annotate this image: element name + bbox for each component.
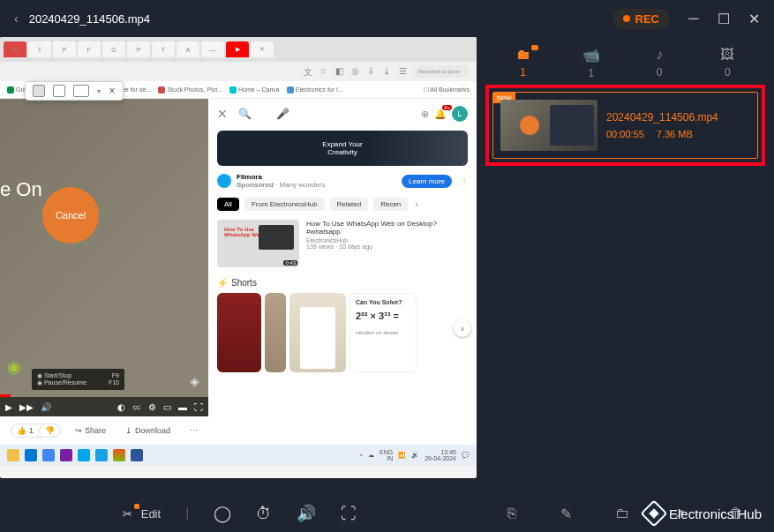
taskbar-icon[interactable]: [131, 449, 143, 461]
all-bookmarks-link[interactable]: ☐ All Bookmarks: [424, 86, 470, 94]
extension-icon[interactable]: ⇩: [367, 66, 378, 77]
browser-tab[interactable]: —: [201, 41, 224, 57]
recorder-floatbar[interactable]: ▾ ×: [25, 81, 124, 101]
window-title: 20240429_114506.mp4: [29, 12, 150, 26]
create-icon[interactable]: ⊕: [421, 109, 429, 120]
settings-icon[interactable]: ⚙: [148, 402, 156, 412]
autoplay-toggle[interactable]: ◐: [117, 402, 125, 412]
close-icon[interactable]: ✕: [748, 12, 760, 25]
taskbar-icon[interactable]: [7, 449, 19, 461]
edit-icon: ✂: [120, 506, 136, 521]
notifications-icon[interactable]: 🔔: [434, 109, 447, 120]
captions-icon[interactable]: ㏄: [132, 401, 141, 413]
share-button[interactable]: ↪ Share: [70, 424, 111, 437]
mic-icon[interactable]: 🎤: [276, 108, 289, 120]
capture-region-icon[interactable]: [73, 85, 89, 97]
promo-banner[interactable]: Expand Your Creativity: [217, 131, 468, 166]
clear-icon[interactable]: ✕: [217, 107, 228, 121]
short-thumbnail[interactable]: [217, 293, 261, 372]
bookmark-item[interactable]: Stock Photos, Pict...: [158, 86, 222, 94]
more-icon[interactable]: ⋮: [461, 177, 468, 185]
fullscreen-icon[interactable]: ⛶: [341, 505, 357, 523]
capture-screen-icon[interactable]: [33, 85, 45, 97]
download-icon[interactable]: ⤓: [383, 66, 394, 77]
browser-tab[interactable]: P: [127, 41, 150, 57]
cancel-button[interactable]: Cancel: [42, 187, 99, 244]
browser-tab[interactable]: ▶: [226, 41, 249, 57]
tray-icon[interactable]: 📶: [398, 452, 406, 459]
star-icon[interactable]: ☆: [319, 66, 330, 77]
folder-open-icon[interactable]: 🗀: [615, 506, 629, 521]
clock[interactable]: 13:45 29-04-2024: [425, 449, 456, 461]
tray-icon[interactable]: 🔊: [411, 452, 419, 459]
translate-icon[interactable]: 文: [304, 66, 314, 77]
chevron-right-icon[interactable]: ›: [415, 199, 417, 209]
browser-tab[interactable]: G: [102, 41, 125, 57]
edit-pencil-icon[interactable]: ✎: [560, 506, 572, 522]
learn-more-button[interactable]: Learn more: [402, 175, 452, 188]
tray-icon[interactable]: 💬: [462, 452, 470, 459]
volume-icon[interactable]: 🔊: [297, 504, 316, 523]
play-icon[interactable]: ▶: [5, 402, 12, 412]
edit-button[interactable]: ✂ Edit: [120, 506, 161, 521]
capture-window-icon[interactable]: [53, 85, 65, 97]
volume-icon[interactable]: 🔊: [41, 402, 51, 412]
bookmark-item[interactable]: Electronics for I...: [287, 86, 343, 94]
theater-icon[interactable]: ▬: [178, 402, 187, 412]
tray-icon[interactable]: ^: [360, 453, 363, 459]
browser-tab[interactable]: T: [152, 41, 175, 57]
taskbar-icon[interactable]: [60, 449, 72, 461]
short-thumbnail[interactable]: [265, 293, 286, 372]
extension-icon[interactable]: ◎: [351, 66, 362, 77]
fullscreen-icon[interactable]: ⛶: [194, 402, 203, 412]
floatbar-close-icon[interactable]: ×: [109, 85, 115, 97]
search-icon[interactable]: 🔍: [238, 108, 252, 120]
taskbar-icon[interactable]: [113, 449, 125, 461]
menu-icon[interactable]: ☰: [399, 66, 410, 77]
browser-tab[interactable]: F: [78, 41, 101, 57]
extension-search[interactable]: Research to grow: [415, 65, 470, 78]
short-thumbnail[interactable]: [289, 293, 346, 372]
taskbar-icon[interactable]: [78, 449, 90, 461]
taskbar-icon[interactable]: [95, 449, 108, 461]
recording-item[interactable]: new 20240429_114506.mp4 00:00:55 7.36 MB: [492, 92, 758, 159]
tab-videos[interactable]: 🖿 1: [492, 47, 554, 79]
taskbar-icon[interactable]: [25, 449, 37, 461]
chip-recent[interactable]: Recen: [373, 198, 408, 211]
more-actions-button[interactable]: ⋯: [184, 424, 203, 437]
next-icon[interactable]: ▶▶: [19, 402, 34, 412]
screenshot-icon[interactable]: ◯: [214, 504, 231, 523]
tab-images[interactable]: 🖼 0: [696, 47, 758, 79]
browser-tab[interactable]: T: [28, 41, 51, 57]
chip-all[interactable]: All: [217, 198, 239, 211]
chip-from-channel[interactable]: From ElectronicsHub: [244, 198, 325, 211]
tab-camera[interactable]: 📹 1: [560, 47, 622, 79]
user-avatar[interactable]: L: [452, 106, 468, 122]
language-indicator[interactable]: ENG IN: [379, 449, 393, 461]
speed-icon[interactable]: ⏱: [256, 505, 272, 523]
back-icon[interactable]: ‹: [14, 11, 19, 26]
download-button[interactable]: ⤓ Download: [120, 424, 176, 437]
minimize-icon[interactable]: ─: [688, 12, 700, 25]
record-button[interactable]: REC: [612, 9, 670, 29]
tray-icon[interactable]: ☁: [368, 452, 374, 459]
video-suggestion[interactable]: How To Use WhatsApp Web 0:43 How To Use …: [217, 220, 468, 267]
bookmark-item[interactable]: Home – Canva: [229, 86, 280, 94]
miniplayer-icon[interactable]: ▭: [163, 402, 171, 412]
video-player[interactable]: e On Cancel ◉ ◉ Start/StopF9 ◉ Pause/Res…: [0, 99, 208, 416]
browser-tab[interactable]: P: [53, 41, 76, 57]
shorts-next-icon[interactable]: ›: [454, 319, 471, 337]
like-button[interactable]: 👍 1: [11, 424, 39, 437]
extension-icon[interactable]: ◧: [335, 66, 346, 77]
browser-tab[interactable]: G: [4, 41, 26, 57]
maximize-icon[interactable]: ☐: [718, 12, 730, 25]
tab-audio[interactable]: ♪ 0: [628, 47, 690, 79]
short-thumbnail[interactable]: Can You Solve? 2²² × 3³³ = calculator no…: [349, 293, 417, 372]
browser-tab[interactable]: ✕: [251, 41, 274, 57]
chip-related[interactable]: Related: [330, 198, 369, 211]
chevron-down-icon[interactable]: ▾: [97, 87, 101, 95]
export-icon[interactable]: ⎘: [507, 506, 516, 521]
dislike-button[interactable]: 👎: [39, 424, 60, 437]
taskbar-icon[interactable]: [42, 449, 55, 461]
browser-tab[interactable]: A: [177, 41, 199, 57]
